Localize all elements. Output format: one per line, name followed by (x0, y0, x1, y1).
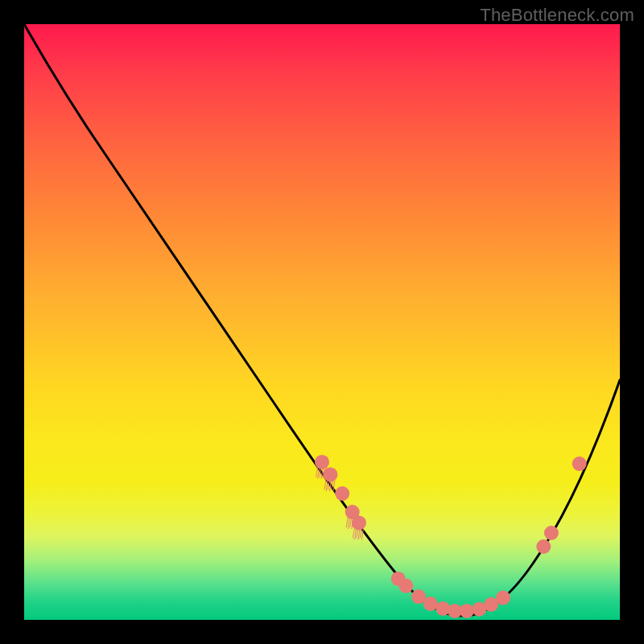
marker-tassel (350, 518, 352, 527)
curve-marker (460, 604, 474, 618)
marker-tassel (348, 518, 349, 529)
curve-marker (352, 515, 366, 530)
curve-marker (335, 486, 349, 501)
marker-tassel (353, 528, 354, 538)
markers-group (315, 455, 587, 618)
bottleneck-curve (24, 24, 620, 616)
curve-marker (496, 591, 510, 605)
curve-marker (536, 539, 551, 554)
plot-svg (24, 24, 620, 620)
curve-marker (544, 526, 559, 540)
curve-marker (423, 597, 438, 611)
curve-marker (572, 456, 587, 471)
curve-marker (436, 601, 450, 616)
chart-frame: TheBottleneck.com (0, 0, 644, 644)
curve-marker (398, 579, 413, 593)
watermark-label: TheBottleneck.com (480, 5, 634, 26)
curve-marker (315, 455, 329, 469)
marker-tassel (358, 528, 360, 539)
marker-tassel (346, 518, 348, 527)
marker-tassel (324, 480, 326, 489)
curve-marker (323, 467, 337, 481)
marker-tassel (316, 468, 318, 477)
marker-tassel (355, 528, 357, 539)
marker-tassel (357, 528, 358, 538)
plot-area (24, 24, 620, 620)
